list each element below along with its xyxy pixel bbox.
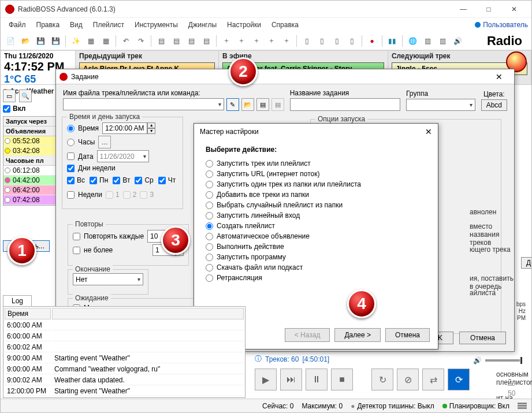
wizard-option-2[interactable]: Запустить один трек из папки или плейлис… <box>206 180 426 188</box>
wizard-radio-7[interactable] <box>206 233 213 240</box>
record-icon[interactable]: ● <box>366 35 378 47</box>
list3-icon[interactable]: ▤ <box>185 35 198 47</box>
radio-hours[interactable] <box>67 139 75 146</box>
schedule-list[interactable]: Запуск через Объявления 05:52:08 03:42:0… <box>3 116 58 206</box>
speaker-icon[interactable]: 🔊 <box>451 35 464 47</box>
hours-btn[interactable]: … <box>98 136 111 148</box>
browse-button[interactable]: 📂 <box>241 98 254 111</box>
wizard-radio-8[interactable] <box>206 243 213 251</box>
open-icon[interactable]: 📂 <box>19 35 32 47</box>
wand-icon[interactable]: ✨ <box>69 35 82 47</box>
list1-icon[interactable]: ▤ <box>155 35 168 47</box>
log-row[interactable]: 6:00:02 AM <box>5 343 244 352</box>
shuffle-button[interactable]: ⇄ <box>422 369 444 390</box>
wizard-option-5[interactable]: Запустить линейный вход <box>206 211 426 219</box>
wizard-option-1[interactable]: Запустить URL (интернет поток) <box>206 170 426 178</box>
wizard-radio-10[interactable] <box>206 264 213 271</box>
time-input[interactable] <box>102 122 147 134</box>
tab-btn-2[interactable]: 🔍 <box>19 90 32 102</box>
log-row[interactable]: 9:00:02 AMWeather data updated. <box>5 375 244 385</box>
wizard-radio-3[interactable] <box>206 191 213 199</box>
wizard-option-0[interactable]: Запустить трек или плейлист <box>206 159 426 168</box>
date-combo[interactable]: 11/26/2020 <box>97 150 149 162</box>
log-row[interactable]: 6:00:00 AM <box>5 332 244 341</box>
chk-date[interactable] <box>67 152 75 160</box>
wizard-radio-4[interactable] <box>206 202 213 209</box>
wizard-option-4[interactable]: Выбрать случайный плейлист из папки <box>206 201 426 209</box>
wizard-option-3[interactable]: Добавить все треки из папки <box>206 191 426 199</box>
page3-icon[interactable]: ▯ <box>330 35 343 47</box>
stop-button[interactable]: ■ <box>331 369 353 390</box>
menu-tools[interactable]: Инструменты <box>130 20 183 30</box>
wizard-next-button[interactable]: Далее > <box>334 328 381 342</box>
extra-button[interactable]: ▤ <box>271 98 284 111</box>
list-button[interactable]: ▤ <box>256 98 269 111</box>
wizard-cancel-button[interactable]: Отмена <box>385 328 430 342</box>
wizard-radio-5[interactable] <box>206 212 213 219</box>
panel1-icon[interactable]: ▥ <box>421 35 434 47</box>
globe-icon[interactable]: 🌐 <box>406 35 419 47</box>
add4-icon[interactable]: ＋ <box>265 35 278 47</box>
menu-view[interactable]: Вид <box>65 20 87 30</box>
task-cancel-button[interactable]: Отмена <box>459 332 506 344</box>
add1-icon[interactable]: ＋ <box>220 35 233 47</box>
menu-help[interactable]: Справка <box>267 20 303 30</box>
wizard-option-6[interactable]: Создать плейлист <box>206 222 426 230</box>
chk-mon[interactable] <box>90 177 97 184</box>
addins-button[interactable]: Добивки... <box>521 257 532 269</box>
menu-edit[interactable]: Правка <box>32 20 65 30</box>
tab-btn-1[interactable]: ▭ <box>3 90 16 102</box>
minimize-button[interactable]: — <box>451 1 476 17</box>
wizard-option-10[interactable]: Скачать файл или подкаст <box>206 263 426 271</box>
chk-sun[interactable] <box>67 177 75 184</box>
list2-icon[interactable]: ▤ <box>170 35 183 47</box>
new-icon[interactable]: 📄 <box>4 35 17 47</box>
chk-dow[interactable] <box>67 165 75 172</box>
wizard-radio-6[interactable] <box>206 222 213 230</box>
saveall-icon[interactable]: 💾 <box>49 35 62 47</box>
file-combo[interactable] <box>63 98 224 110</box>
user-indicator[interactable]: Пользователь <box>475 21 528 29</box>
log-row[interactable]: 12:00:00 PMStarting event "Weather" <box>5 386 244 396</box>
add2-icon[interactable]: ＋ <box>235 35 248 47</box>
undo-icon[interactable]: ↶ <box>120 35 132 47</box>
play-button[interactable]: ▶ <box>255 369 277 390</box>
log-row[interactable]: 9:00:00 AMCommand "weather volgograd, ru… <box>5 364 244 374</box>
stats-icon[interactable]: ▮▮ <box>386 35 399 47</box>
radio-time[interactable] <box>67 125 75 132</box>
chk-tue[interactable] <box>113 177 120 184</box>
wizard-option-9[interactable]: Запустить программу <box>206 253 426 261</box>
wizard-option-8[interactable]: Выполнить действие <box>206 243 426 251</box>
wizard-radio-2[interactable] <box>206 181 213 188</box>
save-icon[interactable]: 💾 <box>34 35 47 47</box>
page4-icon[interactable]: ▯ <box>345 35 358 47</box>
close-button[interactable]: ✕ <box>501 1 527 17</box>
loop-button[interactable]: ⟳ <box>448 369 470 390</box>
page2-icon[interactable]: ▯ <box>315 35 328 47</box>
wizard-radio-0[interactable] <box>206 160 213 168</box>
task-close-button[interactable]: ✕ <box>488 72 511 81</box>
add5-icon[interactable]: ＋ <box>280 35 293 47</box>
wizard-option-11[interactable]: Ретрансляция <box>206 274 426 282</box>
list4-icon[interactable]: ▤ <box>200 35 213 47</box>
maximize-button[interactable]: □ <box>476 1 501 17</box>
page1-icon[interactable]: ▯ <box>300 35 313 47</box>
end-combo[interactable]: Нет <box>73 273 143 285</box>
menu-jingles[interactable]: Джинглы <box>184 20 221 30</box>
log-row[interactable]: 9:00:00 AMStarting event "Weather" <box>5 354 244 363</box>
noentry-button[interactable]: ⊘ <box>397 369 419 390</box>
menu-file[interactable]: Файл <box>4 20 31 30</box>
wizard-back-button[interactable]: < Назад <box>285 328 330 342</box>
wizard-radio-11[interactable] <box>206 274 213 282</box>
color-button[interactable]: Abcd <box>481 99 507 111</box>
grid2-icon[interactable]: ▦ <box>99 35 112 47</box>
taskname-input[interactable] <box>290 98 400 111</box>
chk-w3[interactable] <box>140 191 147 199</box>
next-button[interactable]: ⏭ <box>280 369 302 390</box>
wizard-button[interactable]: ✎ <box>226 98 239 111</box>
chk-weeks[interactable] <box>67 191 75 199</box>
repeat-button[interactable]: ↻ <box>371 369 393 390</box>
chk-w1[interactable] <box>106 191 113 199</box>
log-row[interactable]: 6:00:00 AM <box>5 321 244 330</box>
chk-enabled[interactable] <box>3 105 10 113</box>
